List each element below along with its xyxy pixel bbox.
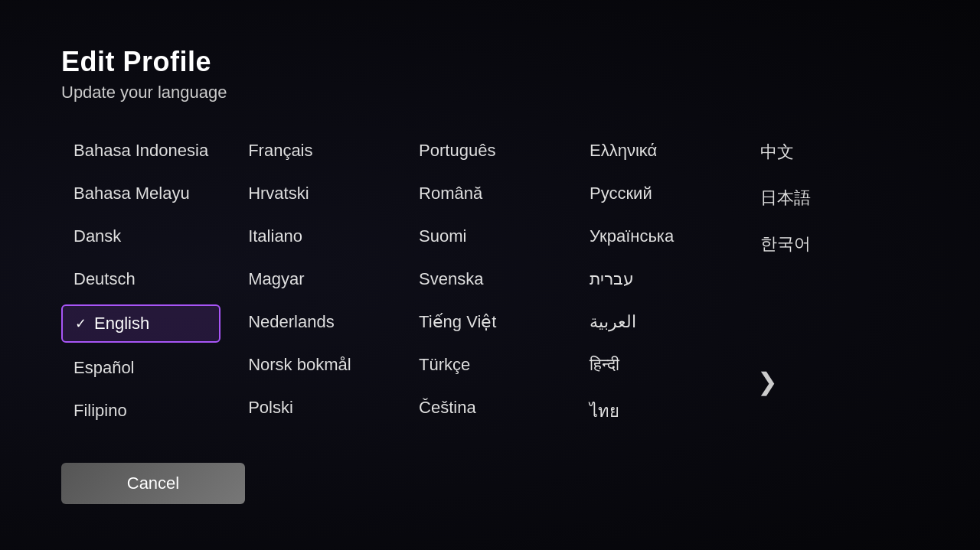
- language-label-ivrit: עברית: [590, 269, 634, 288]
- page-subtitle: Update your language: [61, 83, 919, 103]
- language-item-thai[interactable]: ไทย: [577, 390, 733, 432]
- language-label-magyar: Magyar: [248, 269, 304, 288]
- language-item-nederlands[interactable]: Nederlands: [236, 304, 391, 340]
- page-title: Edit Profile: [61, 46, 919, 78]
- language-label-thai: ไทย: [590, 402, 619, 421]
- language-label-korean: 한국어: [760, 234, 811, 253]
- language-label-filipino: Filipino: [74, 401, 127, 420]
- languages-grid: Bahasa IndonesiaBahasa MelayuDanskDeutsc…: [61, 133, 919, 432]
- language-label-polski: Polski: [248, 398, 293, 417]
- language-label-arabic: العربية: [590, 312, 636, 331]
- language-item-chinese[interactable]: 中文: [748, 133, 806, 171]
- language-label-ellinika: Ελληνικά: [590, 141, 657, 160]
- language-item-cestina[interactable]: Čeština: [407, 390, 562, 425]
- language-label-japanese: 日本語: [760, 188, 811, 207]
- language-item-portugues[interactable]: Português: [407, 133, 562, 168]
- language-label-suomi: Suomi: [419, 226, 466, 246]
- language-item-tieng-viet[interactable]: Tiếng Việt: [407, 304, 562, 340]
- language-label-deutsch: Deutsch: [74, 269, 136, 288]
- language-item-bahasa-melayu[interactable]: Bahasa Melayu: [61, 176, 220, 211]
- language-item-polski[interactable]: Polski: [236, 390, 391, 425]
- language-item-ellinika[interactable]: Ελληνικά: [577, 133, 733, 168]
- language-item-deutsch[interactable]: Deutsch: [61, 262, 220, 297]
- language-label-portugues: Português: [419, 141, 495, 160]
- language-label-italiano: Italiano: [248, 226, 302, 246]
- language-label-chinese: 中文: [760, 142, 794, 161]
- language-label-turkce: Türkçe: [419, 355, 470, 374]
- language-item-korean[interactable]: 한국어: [748, 225, 823, 263]
- language-label-tieng-viet: Tiếng Việt: [419, 312, 496, 331]
- page-header: Edit Profile Update your language: [61, 46, 919, 103]
- language-label-bahasa-melayu: Bahasa Melayu: [74, 184, 190, 203]
- language-item-russki[interactable]: Русский: [577, 176, 733, 211]
- language-label-romana: Română: [419, 184, 482, 203]
- language-item-espanol[interactable]: Español: [61, 350, 220, 386]
- language-column-5: 中文日本語한국어❯: [748, 133, 919, 432]
- language-item-romana[interactable]: Română: [407, 176, 562, 211]
- language-item-english[interactable]: ✓English: [61, 304, 220, 343]
- checkmark-icon: ✓: [75, 315, 87, 332]
- language-label-svenska: Svenska: [419, 269, 483, 288]
- language-item-japanese[interactable]: 日本語: [748, 179, 823, 217]
- language-label-bahasa-indonesia: Bahasa Indonesia: [74, 141, 208, 160]
- language-item-hrvatski[interactable]: Hrvatski: [236, 176, 391, 211]
- language-item-francais[interactable]: Français: [236, 133, 391, 168]
- language-label-norsk: Norsk bokmål: [248, 355, 351, 374]
- language-item-italiano[interactable]: Italiano: [236, 219, 391, 254]
- language-column-1: Bahasa IndonesiaBahasa MelayuDanskDeutsc…: [61, 133, 236, 432]
- language-label-nederlands: Nederlands: [248, 312, 335, 331]
- language-item-magyar[interactable]: Magyar: [236, 262, 391, 297]
- language-column-2: FrançaisHrvatskiItalianoMagyarNederlands…: [236, 133, 407, 432]
- language-label-russki: Русский: [590, 184, 652, 203]
- language-label-cestina: Čeština: [419, 398, 476, 417]
- language-label-ukrainska: Українська: [590, 226, 674, 246]
- language-column-3: PortuguêsRomânăSuomiSvenskaTiếng ViệtTür…: [407, 133, 577, 432]
- language-item-turkce[interactable]: Türkçe: [407, 347, 562, 382]
- cancel-button[interactable]: Cancel: [61, 463, 245, 504]
- language-item-suomi[interactable]: Suomi: [407, 219, 562, 254]
- language-label-hrvatski: Hrvatski: [248, 184, 309, 203]
- language-column-4: ΕλληνικάРусскийУкраїнськаעבריתالعربيةहिन…: [577, 133, 748, 432]
- language-label-espanol: Español: [74, 358, 135, 377]
- language-label-francais: Français: [248, 141, 312, 160]
- language-label-hindi: हिन्दी: [590, 355, 619, 374]
- language-item-svenska[interactable]: Svenska: [407, 262, 562, 297]
- language-item-dansk[interactable]: Dansk: [61, 219, 220, 254]
- language-item-arabic[interactable]: العربية: [577, 304, 733, 340]
- next-arrow-button[interactable]: ❯: [748, 363, 786, 401]
- language-label-dansk: Dansk: [74, 226, 121, 246]
- language-item-filipino[interactable]: Filipino: [61, 393, 220, 428]
- language-item-norsk[interactable]: Norsk bokmål: [236, 347, 391, 382]
- language-item-hindi[interactable]: हिन्दी: [577, 347, 733, 382]
- language-item-bahasa-indonesia[interactable]: Bahasa Indonesia: [61, 133, 220, 168]
- language-label-english: English: [94, 314, 149, 334]
- language-item-ukrainska[interactable]: Українська: [577, 219, 733, 254]
- language-item-ivrit[interactable]: עברית: [577, 262, 733, 297]
